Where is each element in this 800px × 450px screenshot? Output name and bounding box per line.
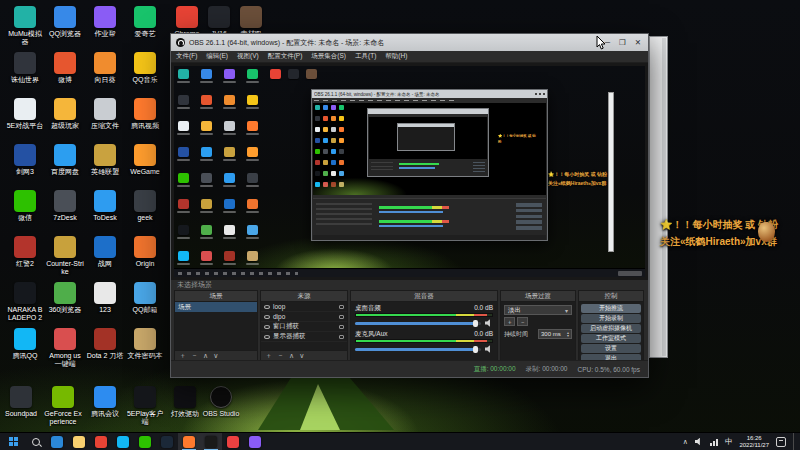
desktop-icon[interactable]: 诛仙世界: [6, 52, 44, 84]
desktop-icon[interactable]: Soundpad: [2, 386, 40, 418]
lock-icon[interactable]: [339, 315, 344, 319]
desktop-icon[interactable]: QQ浏览器: [46, 6, 84, 38]
desktop-icon[interactable]: Origin: [126, 236, 164, 268]
desktop-icon[interactable]: 红警2: [6, 236, 44, 268]
taskbar-app-game[interactable]: [244, 433, 266, 450]
desktop-icon[interactable]: Among us一键端: [46, 328, 84, 368]
desktop-icon[interactable]: GeForce Experience: [44, 386, 82, 426]
source-row[interactable]: 窗口捕获: [261, 322, 347, 332]
menubar-item-3[interactable]: 配置文件(P): [268, 52, 303, 61]
taskbar-app-wegame[interactable]: [178, 433, 200, 450]
tray-expand-icon[interactable]: ∧: [683, 438, 688, 446]
controls-button-3[interactable]: 工作室模式: [581, 334, 641, 343]
taskbar-app-folder[interactable]: [68, 433, 90, 450]
menubar-item-4[interactable]: 场景集合(S): [311, 52, 346, 61]
controls-button-2[interactable]: 启动虚拟摄像机: [581, 324, 641, 333]
desktop-icon[interactable]: 腾讯会议: [86, 386, 124, 418]
taskbar-clock[interactable]: 16:26 2022/11/27: [739, 435, 769, 449]
move-source-up-button[interactable]: ∧: [289, 352, 294, 360]
speaker-icon[interactable]: [485, 319, 493, 327]
desktop-icon[interactable]: 123: [86, 282, 124, 314]
action-center-icon[interactable]: [776, 437, 786, 447]
desktop-icon[interactable]: 5EPlay客户端: [126, 386, 164, 426]
desktop-icon[interactable]: 5E对战平台: [6, 98, 44, 130]
move-source-down-button[interactable]: ∨: [299, 352, 304, 360]
desktop-icon[interactable]: Dota 2 刀塔: [86, 328, 124, 360]
add-transition-button[interactable]: ＋: [504, 317, 515, 326]
taskbar-app-qq[interactable]: [112, 433, 134, 450]
lock-icon[interactable]: [339, 325, 344, 329]
slider-handle[interactable]: [473, 346, 478, 353]
visibility-icon[interactable]: [264, 335, 270, 339]
desktop-icon[interactable]: geek: [126, 190, 164, 222]
desktop-icon[interactable]: 腾讯QQ: [6, 328, 44, 360]
taskbar-app-music[interactable]: [222, 433, 244, 450]
desktop-icon[interactable]: QQ邮箱: [126, 282, 164, 314]
move-scene-up-button[interactable]: ∧: [203, 352, 208, 360]
obs-titlebar[interactable]: OBS 26.1.1 (64-bit, windows) - 配置文件: 未命名…: [171, 34, 648, 51]
desktop-icon[interactable]: OBS Studio: [202, 386, 240, 418]
taskbar-app-chrome[interactable]: [90, 433, 112, 450]
source-row[interactable]: dipo: [261, 312, 347, 322]
scenes-list[interactable]: 场景: [175, 302, 257, 350]
desktop-icon[interactable]: 微信: [6, 190, 44, 222]
start-button[interactable]: [0, 433, 26, 450]
move-scene-down-button[interactable]: ∨: [213, 352, 218, 360]
desktop-icon[interactable]: 微博: [46, 52, 84, 84]
desktop-icon[interactable]: 灯效驱动: [166, 386, 204, 418]
menubar-item-2[interactable]: 视图(V): [237, 52, 259, 61]
controls-button-0[interactable]: 开始推流: [581, 304, 641, 313]
volume-slider[interactable]: [355, 348, 481, 351]
maximize-button[interactable]: ❐: [619, 38, 626, 47]
desktop-icon[interactable]: WeGame: [126, 144, 164, 176]
desktop-icon[interactable]: 剑网3: [6, 144, 44, 176]
taskbar-app-edge[interactable]: [46, 433, 68, 450]
desktop-icon[interactable]: 英雄联盟: [86, 144, 124, 176]
slider-handle[interactable]: [473, 320, 478, 327]
menubar-item-5[interactable]: 工具(T): [355, 52, 376, 61]
desktop-icon[interactable]: 文件密码本: [126, 328, 164, 360]
source-row[interactable]: loop: [261, 302, 347, 312]
network-tray-icon[interactable]: [710, 438, 718, 446]
lock-icon[interactable]: [339, 335, 344, 339]
spin-down-icon[interactable]: ▾: [567, 334, 569, 338]
scene-row[interactable]: 场景: [175, 302, 257, 312]
volume-tray-icon[interactable]: [695, 438, 703, 446]
background-window[interactable]: [649, 36, 668, 358]
sources-list[interactable]: loopdipo窗口捕获显示器捕获: [261, 302, 347, 350]
menubar-item-0[interactable]: 文件(F): [176, 52, 197, 61]
desktop-icon[interactable]: 360浏览器: [46, 282, 84, 314]
desktop-icon[interactable]: Counter-Strike: [46, 236, 84, 276]
remove-transition-button[interactable]: －: [517, 317, 528, 326]
obs-preview[interactable]: OBS 26.1.1 (64-bit, windows) - 配置文件: 未命名…: [171, 63, 648, 280]
transition-select[interactable]: 淡出 ▾: [504, 305, 572, 315]
visibility-icon[interactable]: [264, 325, 270, 329]
desktop-icon[interactable]: 战网: [86, 236, 124, 268]
menubar-item-1[interactable]: 编辑(E): [206, 52, 228, 61]
show-desktop-button[interactable]: [793, 433, 797, 450]
desktop-icon[interactable]: NARAKA BLADEPO 2018101..: [6, 282, 44, 322]
lock-icon[interactable]: [339, 305, 344, 309]
scrollbar[interactable]: [662, 38, 666, 356]
desktop-icon[interactable]: 超级玩家: [46, 98, 84, 130]
ime-indicator[interactable]: 中: [725, 437, 733, 447]
volume-slider[interactable]: [355, 322, 481, 325]
taskbar-app-obs[interactable]: [200, 433, 222, 450]
speaker-icon[interactable]: [485, 345, 493, 353]
controls-button-1[interactable]: 开始录制: [581, 314, 641, 323]
desktop-icon[interactable]: QQ音乐: [126, 52, 164, 84]
taskbar-app-wechat[interactable]: [134, 433, 156, 450]
desktop-icon[interactable]: MuMu模拟器: [6, 6, 44, 46]
desktop-icon[interactable]: 7zDesk: [46, 190, 84, 222]
desktop-icon[interactable]: 爱奇艺: [126, 6, 164, 38]
controls-button-4[interactable]: 设置: [581, 344, 641, 353]
desktop-icon[interactable]: 向日葵: [86, 52, 124, 84]
duration-spinbox[interactable]: 300 ms ▴ ▾: [538, 329, 572, 339]
visibility-icon[interactable]: [264, 315, 270, 319]
desktop-icon[interactable]: 百度网盘: [46, 144, 84, 176]
close-button[interactable]: ✕: [635, 38, 641, 47]
search-icon[interactable]: [26, 433, 46, 450]
source-row[interactable]: 显示器捕获: [261, 332, 347, 342]
menubar-item-6[interactable]: 帮助(H): [385, 52, 407, 61]
desktop-icon[interactable]: 压缩文件: [86, 98, 124, 130]
